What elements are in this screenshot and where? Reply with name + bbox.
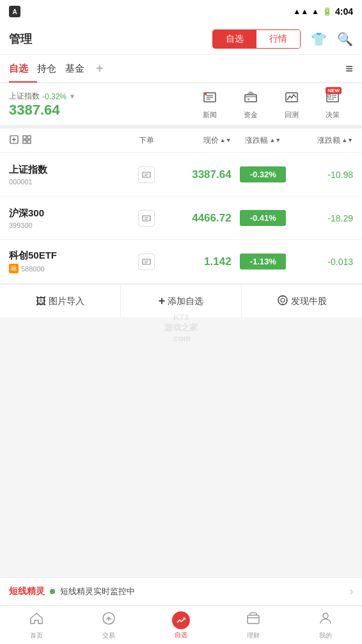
bottom-banner[interactable]: 短线精灵 短线精灵实时监控中 › bbox=[0, 577, 362, 606]
stock-change-amt-3: -0.013 bbox=[295, 257, 353, 267]
svg-rect-20 bbox=[23, 136, 26, 139]
table-row[interactable]: 科创50ETF 融 588000 1.142 -1.13% -0.013 bbox=[0, 240, 362, 284]
stock-name-2: 沪深300 bbox=[9, 207, 125, 220]
stock-order-3 bbox=[125, 254, 168, 270]
price-sort-icon[interactable]: ▲▼ bbox=[220, 138, 232, 143]
col-header-order: 下单 bbox=[125, 135, 168, 146]
news-label: 新闻 bbox=[203, 110, 217, 120]
stock-name-col-3: 科创50ETF 融 588000 bbox=[9, 250, 125, 273]
add-watchlist-label: 添加自选 bbox=[168, 296, 203, 307]
profile-icon bbox=[318, 611, 333, 630]
trade-icon bbox=[101, 611, 116, 630]
empty-area bbox=[0, 318, 362, 510]
tool-news[interactable]: 0 新闻 bbox=[189, 90, 230, 120]
tab-bar: 首页 交易 自选 理财 bbox=[0, 606, 362, 644]
stock-order-1 bbox=[125, 166, 168, 183]
banner-arrow[interactable]: › bbox=[350, 586, 353, 597]
index-label: 上证指数 -0.32% ▼ bbox=[9, 91, 189, 102]
index-info: 上证指数 -0.32% ▼ 3387.64 bbox=[9, 91, 189, 118]
stock-order-2 bbox=[125, 210, 168, 227]
shirt-icon[interactable]: 👕 bbox=[311, 31, 327, 47]
col-header-name bbox=[9, 134, 125, 147]
stock-change-pct-1: -0.32% bbox=[232, 166, 295, 182]
svg-text:¥: ¥ bbox=[248, 97, 250, 101]
col-header-change-amt: 涨跌额 ▲▼ bbox=[295, 135, 353, 146]
import-image-label: 图片导入 bbox=[49, 296, 84, 307]
stock-code-3: 融 588000 bbox=[9, 264, 125, 273]
news-icon: 0 bbox=[202, 90, 217, 109]
wifi-icon: ▲▲ bbox=[293, 7, 308, 16]
grid-icon[interactable] bbox=[22, 134, 32, 147]
col-name-icons bbox=[9, 134, 32, 147]
svg-rect-24 bbox=[143, 172, 150, 177]
change-amt-sort-icon[interactable]: ▲▼ bbox=[342, 138, 353, 143]
order-button-3[interactable] bbox=[138, 254, 155, 270]
image-import-icon: 🖼 bbox=[36, 296, 46, 307]
svg-point-43 bbox=[323, 613, 328, 618]
backtest-icon bbox=[284, 90, 299, 109]
add-watchlist-button[interactable]: + 添加自选 bbox=[121, 285, 242, 318]
sub-nav: 自选 持仓 基金 + ≡ bbox=[0, 55, 362, 83]
sub-nav-zixuan[interactable]: 自选 bbox=[9, 54, 37, 83]
stock-change-amt-1: -10.98 bbox=[295, 170, 353, 180]
sub-nav-add-button[interactable]: + bbox=[96, 61, 104, 76]
sub-nav-menu-icon[interactable]: ≡ bbox=[345, 61, 353, 76]
tab-home[interactable]: 首页 bbox=[0, 606, 72, 644]
change-badge-2: -0.41% bbox=[240, 210, 286, 226]
wealth-icon bbox=[246, 611, 261, 630]
svg-rect-6 bbox=[245, 95, 256, 102]
signal-icon: ▲ bbox=[311, 7, 319, 16]
index-change-pct: -0.32% bbox=[42, 92, 67, 101]
tab-profile-label: 我的 bbox=[319, 631, 332, 640]
change-pct-sort-icon[interactable]: ▲▼ bbox=[269, 138, 281, 143]
order-button-2[interactable] bbox=[138, 210, 155, 227]
table-row[interactable]: 上证指数 000001 3387.64 -0.32% -10.98 bbox=[0, 153, 362, 197]
table-header: 下单 现价 ▲▼ 涨跌幅 ▲▼ 涨跌额 ▲▼ bbox=[0, 129, 362, 153]
tab-home-label: 首页 bbox=[30, 631, 43, 640]
stock-code-2: 399300 bbox=[9, 221, 125, 229]
tab-wealth[interactable]: 理财 bbox=[217, 606, 290, 644]
backtest-label: 回测 bbox=[285, 110, 299, 120]
tool-backtest[interactable]: 回测 bbox=[271, 90, 312, 120]
stock-name-3: 科创50ETF bbox=[9, 250, 125, 262]
capital-icon: ¥ bbox=[243, 90, 258, 109]
sub-nav-jijin[interactable]: 基金 bbox=[65, 54, 93, 83]
edit-icon[interactable] bbox=[9, 134, 19, 147]
etf-badge: 融 bbox=[9, 264, 19, 273]
time-display: 4:04 bbox=[335, 6, 353, 17]
tab-hangqing[interactable]: 行情 bbox=[256, 30, 300, 48]
order-button-1[interactable] bbox=[138, 166, 155, 183]
tab-zixuan[interactable]: 自选 bbox=[213, 30, 256, 48]
stock-name-col-1: 上证指数 000001 bbox=[9, 164, 125, 186]
tab-watchlist[interactable]: 自选 bbox=[145, 606, 217, 644]
svg-rect-21 bbox=[28, 136, 31, 139]
table-row[interactable]: 沪深300 399300 4466.72 -0.41% -18.29 bbox=[0, 197, 362, 240]
index-tools: 0 新闻 ¥ 资金 bbox=[189, 90, 353, 120]
tab-trade-label: 交易 bbox=[102, 631, 115, 640]
new-badge: NEW bbox=[326, 87, 342, 94]
sub-nav-chicang[interactable]: 持仓 bbox=[37, 54, 65, 83]
tab-trade[interactable]: 交易 bbox=[72, 606, 145, 644]
banner-text: 短线精灵实时监控中 bbox=[60, 586, 345, 597]
dropdown-icon[interactable]: ▼ bbox=[69, 93, 75, 100]
top-nav: 管理 自选 行情 👕 🔍 bbox=[0, 23, 362, 55]
stock-price-1: 3387.64 bbox=[168, 168, 231, 181]
stock-name-col-2: 沪深300 399300 bbox=[9, 207, 125, 229]
top-nav-tabs: 自选 行情 bbox=[212, 29, 301, 49]
import-image-button[interactable]: 🖼 图片导入 bbox=[0, 285, 121, 318]
battery-icon: 🔋 bbox=[322, 7, 332, 16]
tab-profile[interactable]: 我的 bbox=[290, 606, 362, 644]
stock-name-1: 上证指数 bbox=[9, 164, 125, 176]
search-icon[interactable]: 🔍 bbox=[337, 31, 353, 47]
status-bar-left: A bbox=[9, 6, 20, 17]
discover-stocks-button[interactable]: 发现牛股 bbox=[242, 285, 362, 318]
status-bar-right: ▲▲ ▲ 🔋 4:04 bbox=[293, 6, 353, 17]
top-nav-icons: 👕 🔍 bbox=[311, 31, 353, 47]
tool-decision[interactable]: NEW 决策 bbox=[312, 90, 353, 120]
app-icon: A bbox=[9, 6, 20, 17]
page-title: 管理 bbox=[9, 31, 212, 47]
discover-stocks-label: 发现牛股 bbox=[291, 296, 327, 307]
tool-capital[interactable]: ¥ 资金 bbox=[230, 90, 271, 120]
svg-rect-27 bbox=[143, 216, 150, 221]
svg-rect-30 bbox=[143, 259, 150, 264]
